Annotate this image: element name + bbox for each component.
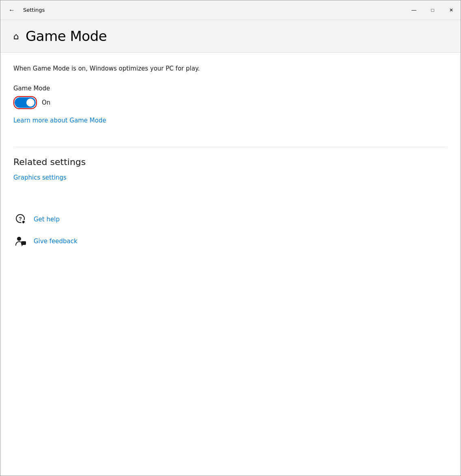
minimize-button[interactable]: — [405, 0, 423, 20]
title-bar-controls: — □ ✕ [405, 0, 461, 20]
toggle-knob [26, 99, 34, 107]
game-mode-toggle[interactable] [15, 97, 36, 108]
page-title: Game Mode [26, 28, 107, 44]
maximize-button[interactable]: □ [423, 0, 442, 20]
page-header: ⌂ Game Mode [0, 20, 461, 53]
give-feedback-row[interactable]: Give feedback [13, 234, 448, 249]
back-button[interactable]: ← [5, 4, 18, 16]
svg-rect-4 [21, 241, 26, 245]
graphics-settings-link[interactable]: Graphics settings [13, 174, 67, 181]
svg-text:?: ? [19, 216, 22, 222]
main-content: When Game Mode is on, Windows optimizes … [0, 53, 461, 476]
help-section: ? Get help Gi [13, 212, 448, 249]
toggle-highlight [13, 96, 37, 109]
get-help-link[interactable]: Get help [34, 216, 60, 223]
give-feedback-icon [13, 234, 28, 249]
related-settings-heading: Related settings [13, 157, 448, 167]
svg-point-3 [17, 237, 21, 241]
get-help-icon: ? [13, 212, 28, 227]
home-icon: ⌂ [13, 31, 19, 41]
settings-window: ← Settings — □ ✕ ⌂ Game Mode When Game M… [0, 0, 461, 476]
svg-marker-5 [21, 245, 23, 247]
divider [13, 147, 448, 147]
title-bar: ← Settings — □ ✕ [0, 0, 461, 20]
give-feedback-link[interactable]: Give feedback [34, 238, 78, 245]
toggle-state-label: On [42, 99, 50, 106]
toggle-row: On [13, 96, 448, 109]
title-bar-left: ← Settings [5, 4, 45, 16]
game-mode-label: Game Mode [13, 85, 448, 92]
description-text: When Game Mode is on, Windows optimizes … [13, 64, 448, 73]
title-bar-title: Settings [23, 7, 45, 13]
learn-more-link[interactable]: Learn more about Game Mode [13, 117, 106, 124]
get-help-row[interactable]: ? Get help [13, 212, 448, 227]
close-button[interactable]: ✕ [442, 0, 461, 20]
